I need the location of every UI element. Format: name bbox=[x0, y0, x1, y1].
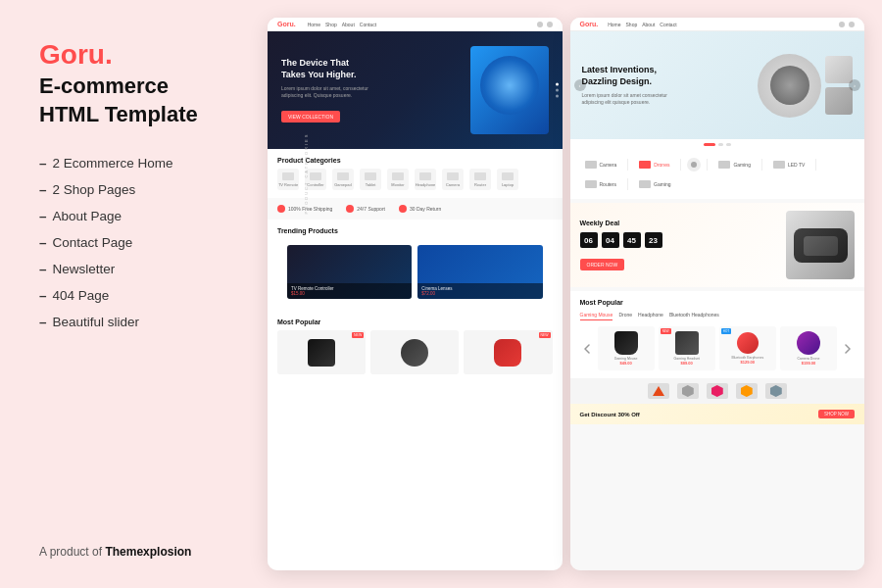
most-popular-section: Most Popular NEW NEW bbox=[268, 313, 563, 380]
right-hero-title: Latest Inventions,Dazzling Design. bbox=[582, 65, 759, 87]
sidebar-categories-label: PRODUCT CATEGORIES bbox=[304, 133, 309, 215]
brand-icon-hex-pink bbox=[711, 385, 723, 397]
category-camera[interactable]: Camera bbox=[580, 158, 622, 172]
headphones-image bbox=[737, 332, 759, 354]
discount-button[interactable]: SHOP NOW bbox=[818, 410, 855, 418]
product-item[interactable]: Cinema Lenses $72.00 bbox=[417, 245, 542, 299]
product-image-vr bbox=[401, 339, 428, 367]
more-categories-icon[interactable] bbox=[687, 158, 701, 172]
category-headphone[interactable]: Headphone bbox=[415, 169, 436, 190]
popular-item-controller[interactable]: NEW bbox=[464, 330, 552, 374]
product-overlay: Cinema Lenses $72.00 bbox=[417, 283, 542, 299]
category-router[interactable]: Router bbox=[469, 169, 491, 190]
category-gaming[interactable]: Gaming bbox=[713, 158, 756, 172]
categories-title: Product Categories bbox=[277, 157, 553, 164]
gaming-icon bbox=[718, 161, 730, 169]
left-preview-card: Goru. Home Shop About Contact The Device… bbox=[268, 18, 563, 570]
shipping-icon bbox=[277, 205, 285, 213]
product-price: $89.00 bbox=[681, 361, 693, 366]
new-badge: NEW bbox=[352, 332, 364, 338]
slider-dots bbox=[570, 139, 865, 150]
deal-button[interactable]: ORDER NOW bbox=[580, 259, 625, 270]
brand-logo-2 bbox=[677, 383, 699, 399]
hero-next-arrow[interactable]: › bbox=[849, 79, 860, 91]
nav-link: Home bbox=[308, 22, 320, 27]
product-item[interactable]: TV Remote Controller $15.00 bbox=[287, 245, 412, 299]
camera-icon bbox=[585, 161, 597, 169]
right-hero-desc: Lorem ipsum dolor sit amet consecteturad… bbox=[582, 92, 759, 106]
product-price: $15.00 bbox=[291, 291, 408, 296]
right-hero-images bbox=[758, 54, 853, 118]
popular-product-mouse[interactable]: Gaming Mouse $49.00 bbox=[598, 326, 655, 370]
timer-hours1: 06 bbox=[580, 232, 598, 248]
vr-headset-shape bbox=[794, 228, 848, 263]
feature-item: About Page bbox=[39, 209, 230, 223]
product-price: $49.00 bbox=[619, 361, 631, 366]
deal-text: Weekly Deal 06 04 45 23 ORDER NOW bbox=[580, 220, 779, 270]
right-browser-content: Goru. Home Shop About Contact Latest Inv… bbox=[570, 18, 865, 570]
next-arrow[interactable] bbox=[841, 334, 855, 364]
pop-tab-headphone[interactable]: Headphone bbox=[638, 312, 663, 320]
brand-title: Goru. bbox=[39, 39, 230, 71]
category-monitor[interactable]: Monitor bbox=[387, 169, 409, 190]
feature-item: Beautiful slider bbox=[39, 315, 230, 329]
category-gamepad[interactable]: Gamepad bbox=[332, 169, 354, 190]
right-most-popular: Most Popular Gaming Mouse Drone Headphon… bbox=[570, 291, 865, 378]
popular-product-drone[interactable]: Camera Drone $199.00 bbox=[780, 326, 837, 370]
category-drones[interactable]: Drones bbox=[634, 158, 674, 172]
left-panel: Goru. E-commerce HTML Template 2 Ecommer… bbox=[0, 0, 260, 588]
popular-item-headset[interactable]: NEW bbox=[277, 330, 366, 374]
ledtv-icon bbox=[773, 161, 785, 169]
pop-tab-bluetooth[interactable]: Bluetooth Headphones bbox=[669, 312, 719, 320]
left-categories: Product Categories TV Remote Controller … bbox=[268, 149, 563, 198]
product-price: $72.00 bbox=[421, 291, 538, 296]
right-hero-text: Latest Inventions,Dazzling Design. Lorem… bbox=[582, 65, 759, 105]
category-gaming2[interactable]: Gaming bbox=[634, 177, 676, 191]
category-tablet[interactable]: Tablet bbox=[360, 169, 381, 190]
features-list: 2 Ecommerce Home 2 Shop Pages About Page… bbox=[39, 156, 230, 329]
pop-tab-drone[interactable]: Drone bbox=[618, 312, 632, 320]
left-browser-content: Goru. Home Shop About Contact The Device… bbox=[268, 18, 563, 570]
hot-badge: HOT bbox=[721, 328, 731, 334]
brand-logo-1 bbox=[648, 383, 669, 399]
search-icon bbox=[839, 22, 845, 27]
footer-credit: A product of Themexplosion bbox=[39, 545, 230, 559]
cart-icon bbox=[547, 22, 553, 27]
popular-items-row: Gaming Mouse $49.00 NEW Gaming Headset $… bbox=[580, 326, 856, 370]
deal-product-image bbox=[786, 211, 855, 279]
support-icon bbox=[346, 205, 354, 213]
slider-dot bbox=[718, 143, 723, 146]
pop-tab-gaming-mouse[interactable]: Gaming Mouse bbox=[580, 312, 613, 320]
left-nav-icons bbox=[537, 22, 553, 27]
categories-section: PRODUCT CATEGORIES Product Categories TV… bbox=[268, 149, 563, 198]
nav-link: Shop bbox=[626, 22, 638, 27]
gaming2-icon bbox=[639, 180, 651, 188]
brand-icon-hex-blue bbox=[770, 385, 782, 397]
hero-product-inner bbox=[770, 66, 809, 105]
category-routers[interactable]: Routers bbox=[580, 177, 622, 191]
category-camera[interactable]: Camera bbox=[442, 169, 464, 190]
brand-logo-3 bbox=[707, 383, 728, 399]
brand-logo-5 bbox=[765, 383, 787, 399]
category-ledtv[interactable]: LED TV bbox=[768, 158, 809, 172]
popular-item-vr[interactable] bbox=[370, 330, 459, 374]
weekly-deal: Weekly Deal 06 04 45 23 ORDER NOW bbox=[570, 203, 865, 287]
left-hero-btn[interactable]: VIEW COLLECTION bbox=[281, 111, 340, 122]
features-strip: 100% Free Shipping 24/7 Support 30 Day R… bbox=[268, 198, 563, 220]
trending-title: Trending Products bbox=[277, 227, 553, 234]
left-hero: The Device ThatTakes You Higher. Lorem i… bbox=[268, 31, 563, 149]
popular-product-headphones[interactable]: HOT Bluetooth Earphones $129.00 bbox=[719, 326, 776, 370]
nav-link: About bbox=[342, 22, 355, 27]
small-product-1 bbox=[825, 56, 853, 83]
countdown-timer: 06 04 45 23 bbox=[580, 232, 779, 248]
category-laptop[interactable]: Laptop bbox=[497, 169, 518, 190]
popular-product-vr[interactable]: NEW Gaming Headset $89.00 bbox=[659, 326, 715, 370]
slider-dot-active bbox=[704, 143, 715, 146]
product-price: $199.00 bbox=[802, 361, 815, 366]
drone-image bbox=[797, 331, 820, 355]
category-tv-remote[interactable]: TV Remote bbox=[277, 169, 299, 190]
brand-subtitle: E-commerce HTML Template bbox=[39, 73, 230, 128]
prev-arrow[interactable] bbox=[580, 334, 594, 364]
brand-icon-hex-gray bbox=[682, 385, 694, 397]
product-overlay: TV Remote Controller $15.00 bbox=[287, 283, 412, 299]
